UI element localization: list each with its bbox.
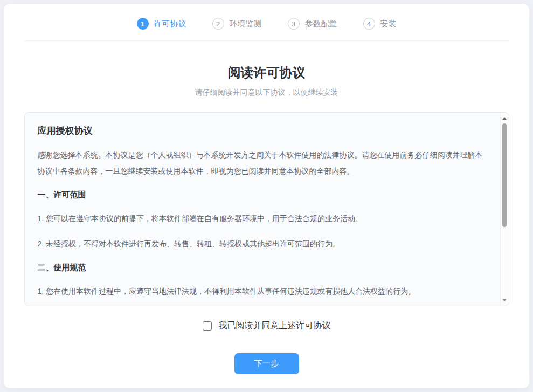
step-4-number-badge: 4 xyxy=(363,18,375,30)
agree-checkbox[interactable] xyxy=(203,321,212,331)
step-3[interactable]: 3 参数配置 xyxy=(288,18,337,30)
license-paragraph: 2. 未经授权，不得对本软件进行再发布、转售、转租、转授权或其他超出许可范围的行… xyxy=(38,236,485,252)
actions-bar: 下一步 xyxy=(24,353,509,374)
license-section-heading: 一、许可范围 xyxy=(38,188,485,201)
step-4-label: 安装 xyxy=(380,19,397,29)
step-1-number-badge: 1 xyxy=(137,18,149,30)
scroll-up-icon[interactable] xyxy=(502,117,507,120)
agree-checkbox-label[interactable]: 我已阅读并同意上述许可协议 xyxy=(219,320,331,332)
license-paragraph: 1. 您在使用本软件过程中，应遵守当地法律法规，不得利用本软件从事任何违法违规或… xyxy=(38,283,485,299)
scroll-down-icon[interactable] xyxy=(502,299,507,301)
license-scrollbar[interactable] xyxy=(500,113,508,305)
installer-content: 1 许可协议 2 环境监测 3 参数配置 4 安装 阅读许可协议 请仔细阅读并同… xyxy=(24,4,509,374)
wizard-stepper: 1 许可协议 2 环境监测 3 参数配置 4 安装 xyxy=(24,4,509,41)
step-2[interactable]: 2 环境监测 xyxy=(212,18,262,30)
step-3-number-badge: 3 xyxy=(288,18,300,30)
step-3-label: 参数配置 xyxy=(305,19,337,29)
step-1-label: 许可协议 xyxy=(154,19,186,29)
license-paragraph: 感谢您选择本系统。本协议是您（个人或组织）与本系统开发方之间关于本软件使用的法律… xyxy=(38,147,485,179)
agreement-row: 我已阅读并同意上述许可协议 xyxy=(24,320,509,332)
license-agreement-pane[interactable]: 应用授权协议 感谢您选择本系统。本协议是您（个人或组织）与本系统开发方之间关于本… xyxy=(24,112,509,306)
next-step-button[interactable]: 下一步 xyxy=(234,353,299,374)
installer-card: 1 许可协议 2 环境监测 3 参数配置 4 安装 阅读许可协议 请仔细阅读并同… xyxy=(4,4,529,388)
step-4[interactable]: 4 安装 xyxy=(363,18,397,30)
step-2-number-badge: 2 xyxy=(212,18,224,30)
page-title: 阅读许可协议 xyxy=(24,65,509,81)
scrollbar-thumb[interactable] xyxy=(502,123,507,227)
license-heading: 应用授权协议 xyxy=(38,125,485,137)
page-subtitle: 请仔细阅读并同意以下协议，以便继续安装 xyxy=(24,88,509,98)
page-header: 阅读许可协议 请仔细阅读并同意以下协议，以便继续安装 xyxy=(24,65,509,98)
license-section-heading: 二、使用规范 xyxy=(38,261,485,274)
step-2-label: 环境监测 xyxy=(230,19,262,29)
step-1[interactable]: 1 许可协议 xyxy=(137,18,186,30)
license-text: 应用授权协议 感谢您选择本系统。本协议是您（个人或组织）与本系统开发方之间关于本… xyxy=(25,113,509,306)
license-paragraph: 1. 您可以在遵守本协议的前提下，将本软件部署在自有服务器环境中，用于合法合规的… xyxy=(38,210,485,226)
